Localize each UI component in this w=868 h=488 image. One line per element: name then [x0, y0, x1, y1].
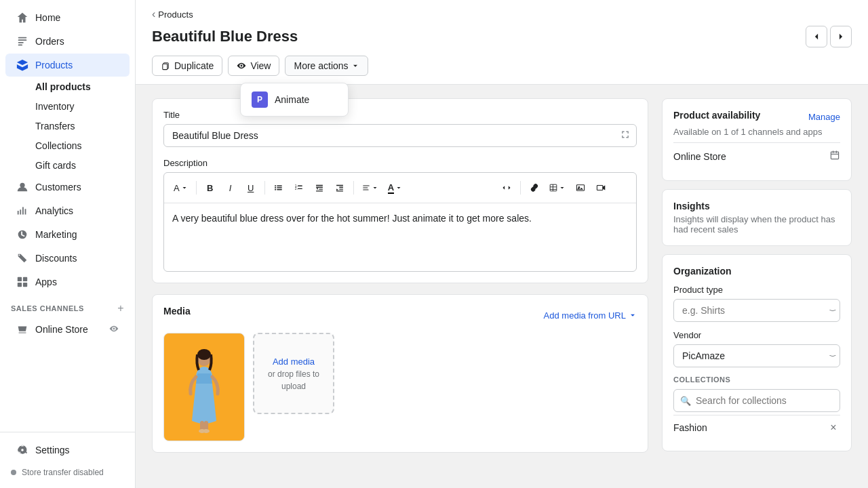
manage-link[interactable]: Manage	[808, 112, 840, 122]
add-sales-channel-icon[interactable]: +	[117, 302, 124, 314]
expand-icon	[620, 130, 630, 142]
availability-title: Product availability	[673, 110, 760, 121]
svg-rect-28	[576, 185, 584, 190]
description-content[interactable]: A very beautiful blue dress over for the…	[164, 203, 636, 271]
view-button[interactable]: View	[228, 56, 279, 76]
sidebar-sub-gift-cards[interactable]: Gift cards	[30, 156, 135, 175]
right-column: Product availability Manage Available on…	[662, 98, 852, 474]
title-label: Title	[163, 110, 637, 120]
svg-rect-10	[163, 64, 167, 69]
channel-name: Online Store	[673, 151, 726, 162]
svg-rect-8	[23, 283, 27, 287]
left-column: Title Description	[152, 98, 648, 474]
rte-video-button[interactable]	[591, 178, 610, 197]
vendor-wrapper: PicAmaze	[673, 344, 840, 367]
svg-rect-18	[298, 186, 302, 186]
media-grid: Add media or drop files to upload	[163, 333, 637, 441]
main-content: ‹ Products Beautiful Blue Dress Duplicat…	[136, 0, 868, 488]
svg-rect-5	[18, 277, 22, 281]
sidebar-sub-all-products[interactable]: All products	[30, 77, 135, 96]
sidebar-item-discounts-label: Discounts	[35, 253, 77, 264]
svg-rect-0	[18, 37, 27, 39]
online-store-visibility-icon[interactable]	[109, 324, 119, 336]
dropdown-animate-item[interactable]: P Animate	[243, 86, 345, 113]
collection-remove-button[interactable]: ×	[827, 421, 840, 434]
content-area: Title Description	[136, 85, 868, 488]
svg-rect-1	[18, 39, 27, 41]
more-actions-button[interactable]: More actions	[285, 56, 368, 76]
animate-icon: P	[252, 92, 268, 108]
media-card: Media Add media from URL	[152, 294, 648, 453]
svg-rect-30	[597, 186, 602, 190]
svg-rect-12	[277, 186, 282, 186]
sidebar-item-analytics[interactable]: Analytics	[5, 199, 130, 222]
products-submenu: All products Inventory Transfers Collect…	[0, 77, 135, 175]
add-media-url-button[interactable]: Add media from URL	[544, 310, 637, 321]
svg-text:2.: 2.	[294, 187, 297, 190]
media-title: Media	[163, 306, 191, 317]
breadcrumb: ‹ Products	[152, 8, 852, 20]
next-button[interactable]	[830, 26, 852, 47]
sidebar: Home Orders Products All products Invent…	[0, 0, 136, 488]
rte-color-button[interactable]: A	[384, 181, 406, 195]
sidebar-item-settings[interactable]: Settings	[5, 439, 130, 462]
sidebar-item-marketing[interactable]: Marketing	[5, 223, 130, 246]
rte-link-button[interactable]	[525, 178, 544, 197]
sidebar-item-online-store[interactable]: Online Store	[5, 318, 130, 341]
svg-rect-38	[831, 152, 838, 159]
online-store-icon	[16, 323, 28, 336]
rte-divider-2	[264, 181, 265, 195]
add-media-placeholder[interactable]: Add media or drop files to upload	[253, 333, 334, 414]
availability-subtitle: Available on 1 of 1 channels and apps	[673, 127, 822, 137]
rte-bold-button[interactable]: B	[201, 178, 220, 197]
sidebar-item-home[interactable]: Home	[5, 6, 130, 29]
rte-clear-button[interactable]	[612, 178, 631, 197]
rte-align-button[interactable]	[358, 182, 382, 193]
rte-underline-button[interactable]: U	[241, 178, 260, 197]
duplicate-button[interactable]: Duplicate	[152, 56, 222, 76]
sidebar-item-orders[interactable]: Orders	[5, 30, 130, 53]
sidebar-sub-collections[interactable]: Collections	[30, 136, 135, 155]
rte-ol-button[interactable]: 1.2.	[290, 178, 309, 197]
sidebar-item-apps[interactable]: Apps	[5, 270, 130, 293]
prev-button[interactable]	[806, 26, 827, 47]
title-input[interactable]	[163, 124, 637, 147]
svg-rect-16	[277, 189, 282, 190]
description-editor: A B I U	[163, 172, 637, 272]
rte-source-button[interactable]	[497, 178, 516, 197]
rte-outdent-button[interactable]	[310, 178, 329, 197]
collections-search-input[interactable]	[673, 389, 840, 412]
svg-point-29	[578, 186, 580, 188]
svg-rect-2	[18, 42, 24, 43]
sidebar-sub-inventory[interactable]: Inventory	[30, 97, 135, 116]
sidebar-item-customers[interactable]: Customers	[5, 176, 130, 199]
rte-italic-button[interactable]: I	[221, 178, 240, 197]
page-header: ‹ Products Beautiful Blue Dress Duplicat…	[136, 0, 868, 85]
more-actions-dropdown: P Animate	[240, 83, 349, 117]
rte-indent-button[interactable]	[330, 178, 349, 197]
search-icon: 🔍	[680, 396, 691, 406]
sidebar-sub-transfers[interactable]: Transfers	[30, 117, 135, 136]
product-type-label: Product type	[673, 285, 840, 295]
media-header: Media Add media from URL	[163, 306, 637, 325]
rte-image-button[interactable]	[571, 178, 590, 197]
calendar-icon[interactable]	[829, 150, 840, 163]
sidebar-item-discounts[interactable]: Discounts	[5, 247, 130, 270]
rte-table-button[interactable]	[545, 182, 570, 193]
vendor-select[interactable]: PicAmaze	[673, 344, 840, 367]
rte-ul-button[interactable]	[269, 178, 288, 197]
status-dot	[11, 470, 16, 475]
svg-rect-6	[23, 277, 27, 281]
sidebar-item-products[interactable]: Products	[5, 54, 130, 77]
rte-text-style[interactable]: A	[170, 182, 192, 195]
rte-toolbar: A B I U	[164, 173, 636, 203]
svg-point-37	[203, 429, 210, 433]
vendor-label: Vendor	[673, 330, 840, 340]
products-icon	[16, 59, 28, 71]
collection-tag-fashion: Fashion ×	[673, 415, 840, 440]
organization-card: Organization Product type Vendor PicAmaz…	[662, 254, 852, 451]
product-type-input[interactable]	[673, 299, 840, 322]
breadcrumb-link[interactable]: Products	[158, 9, 193, 20]
sidebar-item-settings-label: Settings	[35, 445, 70, 455]
rte-divider-1	[196, 181, 197, 195]
